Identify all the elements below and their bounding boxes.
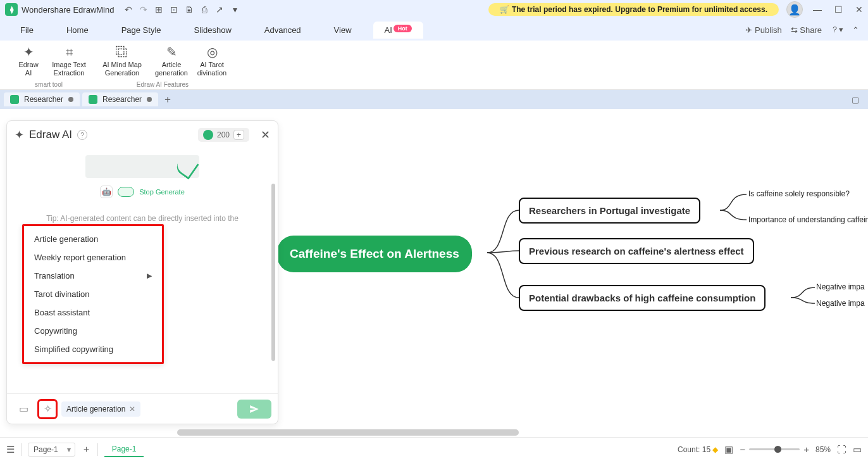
mindmap-leaf[interactable]: Is caffeine solely responsible?: [748, 189, 850, 198]
trial-banner[interactable]: 🛒 The trial period has expired. Upgrade …: [488, 3, 779, 16]
redo-icon[interactable]: ↷: [139, 4, 149, 15]
trial-text: The trial period has expired. Upgrade to…: [512, 5, 767, 14]
share-button[interactable]: ⇆ Share: [791, 25, 822, 35]
doc-icon: [10, 95, 19, 104]
presentation-icon[interactable]: ▭: [853, 444, 862, 455]
more-icon[interactable]: ▾: [230, 4, 240, 15]
cart-icon: 🛒: [500, 5, 509, 14]
status-bar: ☰ Page-1 ＋ Page-1 Count: 15 ◆ ▣ − + 85% …: [0, 437, 868, 461]
menu-view[interactable]: View: [323, 22, 363, 39]
mindmap-node[interactable]: Previous research on caffeine's alertnes…: [519, 238, 754, 264]
menu-page-style[interactable]: Page Style: [110, 22, 173, 39]
mindmap-leaf[interactable]: Importance of understanding caffeine: [748, 215, 868, 224]
minimize-icon[interactable]: —: [813, 4, 822, 15]
skill-picker-button[interactable]: ✧: [37, 399, 58, 419]
maximize-icon[interactable]: ☐: [834, 4, 843, 15]
zoom-out-icon[interactable]: −: [740, 444, 745, 455]
menu-file[interactable]: File: [9, 22, 45, 39]
send-button[interactable]: [237, 400, 271, 419]
quick-access-toolbar: ↶ ↷ ⊞ ⊡ 🗎 ⎙ ↗ ▾: [123, 4, 240, 15]
document-tab[interactable]: Researcher: [4, 92, 80, 106]
collapse-ribbon-icon[interactable]: ⌃: [852, 25, 859, 35]
open-icon[interactable]: ⊡: [169, 4, 179, 15]
image-text-extraction-button[interactable]: ⌗ Image Text Extraction: [51, 43, 87, 77]
help-icon[interactable]: ？▾: [831, 24, 843, 35]
unsaved-dot-icon: [68, 97, 73, 102]
ai-skill-menu: Article generation Weekly report generat…: [22, 224, 164, 364]
menu-slideshow[interactable]: Slideshow: [183, 22, 243, 39]
user-avatar[interactable]: 👤: [786, 1, 803, 18]
menu-translation[interactable]: Translation▶: [24, 267, 162, 285]
ai-panel-title: Edraw AI: [29, 129, 72, 141]
menu-boast-assistant[interactable]: Boast assistant: [24, 303, 162, 322]
stop-generate-row: 🤖 Stop Generate: [18, 186, 266, 198]
remove-chip-icon[interactable]: ✕: [129, 405, 135, 414]
outline-icon[interactable]: ☰: [6, 444, 15, 455]
print-icon[interactable]: ⎙: [199, 4, 209, 15]
page-tab[interactable]: Page-1: [104, 442, 144, 457]
add-page-button[interactable]: ＋: [82, 443, 91, 455]
new-icon[interactable]: ⊞: [154, 4, 164, 15]
save-icon[interactable]: 🗎: [184, 4, 194, 15]
ribbon: ✦ Edraw AI ⌗ Image Text Extraction smart…: [0, 41, 868, 90]
help-icon[interactable]: ?: [77, 130, 87, 140]
slider-track[interactable]: [749, 448, 800, 450]
tab-label: Researcher: [24, 95, 63, 104]
ribbon-group-smart-tool: ✦ Edraw AI ⌗ Image Text Extraction smart…: [6, 43, 91, 89]
attach-button[interactable]: ▭: [13, 399, 34, 419]
fit-view-icon[interactable]: ▣: [724, 444, 733, 455]
ai-preview-thumbnail: [85, 155, 199, 178]
hot-badge: Hot: [394, 25, 412, 32]
menu-ai-label: AI: [385, 25, 392, 35]
ai-mindmap-button[interactable]: ⿻ AI Mind Map Generation: [95, 43, 149, 77]
publish-button[interactable]: ✈ Publish: [745, 25, 781, 35]
menu-copywriting[interactable]: Copywriting: [24, 322, 162, 340]
doc-icon: [89, 95, 97, 104]
menu-simplified-copywriting[interactable]: Simplified copywriting: [24, 340, 162, 358]
zoom-slider[interactable]: − +: [740, 444, 809, 455]
mindmap-node[interactable]: Researchers in Portugal investigate: [519, 198, 700, 224]
close-icon[interactable]: ✕: [855, 4, 863, 15]
mindmap-leaf[interactable]: Negative impa: [816, 299, 865, 308]
ai-panel-header: ✦ Edraw AI ? 200 + ✕: [7, 121, 278, 149]
add-tokens-button[interactable]: +: [233, 130, 244, 140]
menu-right: ✈ Publish ⇆ Share ？▾ ⌃: [745, 24, 859, 35]
send-icon: [249, 403, 260, 415]
menu-advanced[interactable]: Advanced: [253, 22, 313, 39]
tarot-divination-button[interactable]: ◎ AI Tarot divination: [194, 43, 230, 77]
scrollbar[interactable]: [271, 184, 275, 361]
document-tab[interactable]: Researcher: [82, 92, 158, 106]
ribbon-label: AI Mind Map Generation: [102, 61, 142, 77]
article-icon: ✎: [166, 44, 177, 60]
menu-home[interactable]: Home: [55, 22, 100, 39]
unsaved-dot-icon: [147, 97, 152, 102]
mindmap-node[interactable]: Potential drawbacks of high caffeine con…: [519, 285, 766, 311]
ribbon-label: Edraw AI: [18, 61, 38, 77]
edraw-ai-button[interactable]: ✦ Edraw AI: [10, 43, 47, 77]
mindmap-leaf[interactable]: Negative impa: [816, 282, 865, 291]
ribbon-group-ai-features: ⿻ AI Mind Map Generation ✎ Article gener…: [91, 43, 234, 89]
menu-weekly-report[interactable]: Weekly report generation: [24, 248, 162, 267]
panel-toggle-icon[interactable]: ▢: [852, 95, 864, 104]
slider-thumb[interactable]: [774, 446, 781, 453]
article-generation-button[interactable]: ✎ Article generation: [153, 43, 190, 77]
ribbon-label: Image Text Extraction: [52, 61, 86, 77]
sparkle-icon: ✦: [23, 44, 34, 60]
menu-bar: File Home Page Style Slideshow Advanced …: [0, 19, 868, 41]
page-selector[interactable]: Page-1: [28, 443, 75, 457]
undo-icon[interactable]: ↶: [123, 4, 133, 15]
skill-chip-label: Article generation: [66, 405, 125, 414]
menu-tarot[interactable]: Tarot divination: [24, 285, 162, 303]
menu-article-generation[interactable]: Article generation: [24, 230, 162, 248]
horizontal-scrollbar[interactable]: [177, 429, 519, 436]
zoom-value[interactable]: 85%: [815, 445, 831, 454]
mindmap-root-node[interactable]: Caffeine's Effect on Alertness: [277, 236, 472, 272]
token-value: 200: [217, 130, 230, 139]
fullscreen-icon[interactable]: ⛶: [837, 444, 846, 455]
close-panel-icon[interactable]: ✕: [261, 128, 270, 142]
export-icon[interactable]: ↗: [214, 4, 225, 15]
zoom-in-icon[interactable]: +: [803, 444, 809, 455]
stop-generate-button[interactable]: Stop Generate: [139, 188, 185, 196]
menu-ai[interactable]: AIHot: [373, 22, 423, 39]
new-tab-button[interactable]: ＋: [161, 92, 175, 106]
